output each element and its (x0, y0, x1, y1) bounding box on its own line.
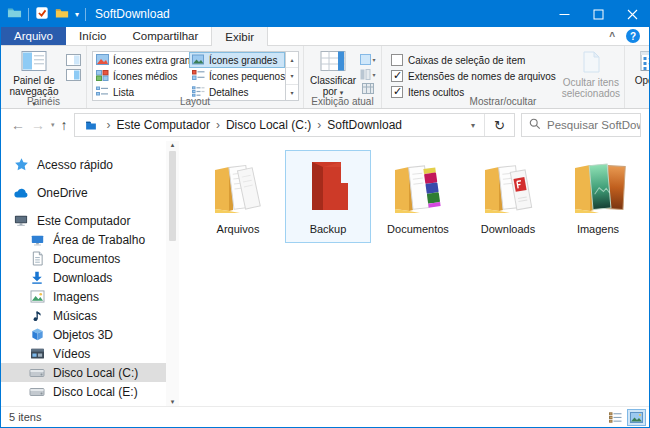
disk-icon (29, 403, 45, 407)
sidebar-item-partial[interactable] (1, 401, 179, 406)
close-button[interactable] (615, 1, 649, 27)
sidebar-item-imagens[interactable]: Imagens (1, 287, 179, 306)
navigation-pane-icon (21, 50, 47, 74)
sidebar-item-onedrive[interactable]: OneDrive (1, 183, 179, 202)
status-bar: 5 itens (1, 406, 649, 427)
tab-inicio[interactable]: Início (66, 27, 120, 45)
sort-by-button[interactable]: Classificar por ▾ (309, 49, 357, 95)
breadcrumb-disco-local-c[interactable]: Disco Local (C:) (226, 118, 311, 132)
breadcrumb-chevron-icon[interactable]: › (210, 118, 226, 132)
title-bar: ▾ SoftDownload (1, 1, 649, 27)
address-toolbar: ← → ▾ ↑ › Este Computador › Disco Local … (1, 109, 649, 141)
sidebar-item-objetos-3d[interactable]: Objetos 3D (1, 325, 179, 344)
ribbon-group-paineis: Painel de navegação ▾ Painéis (1, 46, 87, 108)
help-icon[interactable]: ? (626, 29, 640, 43)
checkbox-checked-icon[interactable] (391, 70, 403, 82)
large-icons-view-button[interactable] (627, 409, 646, 426)
sidebar-item-disco-local-c[interactable]: Disco Local (C:) (1, 363, 166, 382)
picture-icon (29, 289, 45, 305)
navigation-pane-button[interactable]: Painel de navegação ▾ (6, 49, 62, 95)
scrollbar-down-icon[interactable]: ▾ (171, 398, 175, 406)
extra-large-icons-icon (96, 54, 109, 67)
breadcrumb-softdownload[interactable]: SoftDownload (327, 118, 402, 132)
tab-exibir[interactable]: Exibir (211, 27, 268, 46)
cube-3d-icon (29, 327, 45, 343)
search-input[interactable]: Pesquisar SoftDown... (521, 113, 641, 137)
back-icon[interactable]: ← (11, 118, 25, 132)
sidebar-item-area-de-trabalho[interactable]: Área de Trabalho (1, 230, 179, 249)
minimize-button[interactable] (547, 1, 581, 27)
address-dropdown-chevron-icon[interactable]: ▾ (462, 121, 484, 130)
details-view-button[interactable] (606, 409, 625, 426)
explorer-app-icon (7, 5, 22, 23)
qat-customize-chevron-icon[interactable]: ▾ (75, 10, 79, 19)
collapse-ribbon-icon[interactable]: ^ (609, 31, 615, 42)
checkbox-file-name-extensions[interactable]: Extensões de nomes de arquivos (391, 70, 556, 82)
tab-compartilhar[interactable]: Compartilhar (120, 27, 212, 45)
sidebar-item-musicas[interactable]: Músicas (1, 306, 179, 325)
layout-option-large-icons[interactable]: Ícones grandes (189, 52, 285, 68)
refresh-icon[interactable]: ↻ (484, 114, 514, 136)
breadcrumb-chevron-icon: › (101, 118, 117, 132)
ribbon-group-layout: Ícones extra grandes Ícones médios Lista (87, 46, 304, 108)
folder-tile-documentos[interactable]: Documentos (375, 150, 461, 243)
folder-name: Backup (310, 223, 347, 235)
sidebar-item-acesso-rapido[interactable]: Acesso rápido (1, 155, 179, 174)
add-columns-button[interactable]: ▾ (359, 68, 377, 81)
sidebar-item-documentos[interactable]: Documentos (1, 249, 179, 268)
folder-tile-arquivos[interactable]: Arquivos (195, 150, 281, 243)
computer-icon (13, 213, 29, 229)
layout-gallery: Ícones extra grandes Ícones médios Lista (92, 51, 299, 101)
sidebar-scrollbar[interactable]: ▴ ▾ (166, 141, 179, 406)
folder-name: Arquivos (217, 223, 260, 235)
search-placeholder: Pesquisar SoftDown... (547, 119, 641, 131)
scrollbar-thumb[interactable] (169, 151, 176, 241)
checkbox-unchecked-icon[interactable] (391, 54, 403, 66)
folder-tile-imagens[interactable]: Imagens (555, 150, 641, 243)
properties-icon[interactable] (35, 6, 49, 23)
preview-pane-button[interactable] (64, 53, 82, 66)
address-bar[interactable]: › Este Computador › Disco Local (C:) › S… (74, 113, 515, 137)
disk-icon (29, 384, 45, 400)
group-by-button[interactable]: ▾ (359, 53, 377, 66)
gallery-scrollbar: ▴ ▾ ▾ (285, 52, 298, 100)
folder-tile-backup[interactable]: Backup (285, 150, 371, 243)
sidebar-item-este-computador[interactable]: Este Computador (1, 211, 179, 230)
group-label-mostrar-ocultar: Mostrar/ocultar (382, 96, 624, 107)
explorer-window: ▾ SoftDownload Arquivo Início Compartilh… (0, 0, 650, 428)
group-label-exibicao-atual: Exibição atual (304, 96, 381, 107)
checkbox-item-check-boxes[interactable]: Caixas de seleção de item (391, 54, 556, 66)
forward-icon[interactable]: → (31, 118, 45, 132)
gallery-scroll-up-icon[interactable]: ▴ (286, 52, 298, 67)
tab-arquivo[interactable]: Arquivo (1, 27, 66, 45)
sidebar-item-downloads[interactable]: Downloads (1, 268, 179, 287)
group-label-paineis: Painéis (1, 96, 86, 107)
recent-locations-chevron-icon[interactable]: ▾ (51, 121, 55, 129)
layout-option-medium-icons[interactable]: Ícones médios (93, 68, 189, 84)
gallery-scroll-down-icon[interactable]: ▾ (286, 67, 298, 83)
sidebar-item-videos[interactable]: Vídeos (1, 344, 179, 363)
size-all-columns-button[interactable] (359, 82, 377, 95)
new-folder-icon[interactable] (55, 6, 69, 23)
folder-icon-imagens (566, 154, 630, 221)
layout-option-small-icons[interactable]: Ícones pequenos (189, 68, 285, 84)
up-icon[interactable]: ↑ (61, 118, 68, 132)
layout-option-extra-large-icons[interactable]: Ícones extra grandes (93, 52, 189, 68)
video-icon (29, 346, 45, 362)
options-icon (640, 50, 650, 74)
details-pane-button[interactable] (64, 68, 82, 81)
folder-tile-downloads[interactable]: Downloads (465, 150, 551, 243)
maximize-button[interactable] (581, 1, 615, 27)
breadcrumb-chevron-icon[interactable]: › (311, 118, 327, 132)
options-button[interactable]: Opções▾ (630, 49, 650, 95)
hide-selected-items-icon (579, 50, 603, 76)
folder-icon-backup (296, 154, 360, 221)
sidebar-item-disco-local-e[interactable]: Disco Local (E:) (1, 382, 179, 401)
cloud-icon (13, 185, 29, 201)
folder-icon-documentos (386, 154, 450, 221)
star-icon (13, 157, 29, 173)
window-title: SoftDownload (95, 7, 170, 21)
breadcrumb-este-computador[interactable]: Este Computador (117, 118, 210, 132)
folder-location-icon (83, 117, 99, 133)
scrollbar-up-icon[interactable]: ▴ (171, 141, 175, 149)
